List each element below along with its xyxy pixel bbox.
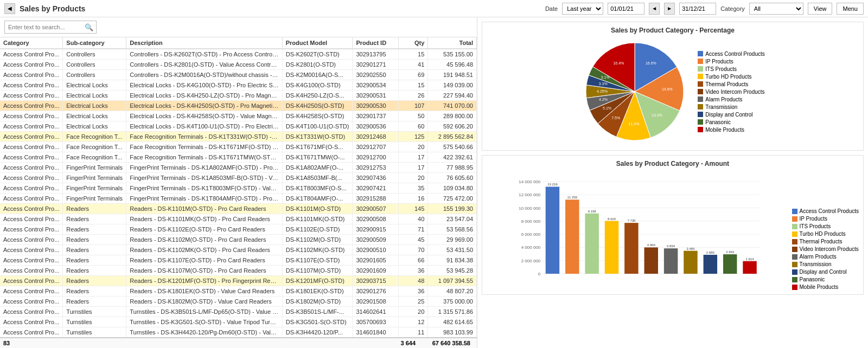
table-row[interactable]: Access Control Pro...Electrical LocksEle… — [0, 80, 477, 91]
bar-value-label: 7 730 — [627, 219, 636, 222]
legend-label: Access Control Products — [705, 51, 765, 57]
bar-legend-color — [792, 216, 797, 222]
table-row[interactable]: Access Control Pro...TurnstilesTurnstile… — [0, 327, 477, 338]
table-row[interactable]: Access Control Pro...FingerPrint Termina… — [0, 173, 477, 183]
table-cell: Access Control Pro... — [0, 224, 63, 235]
bar-value-label: 4 000 — [647, 243, 656, 247]
bar-rect[interactable] — [743, 261, 756, 274]
bar-rect[interactable] — [664, 248, 678, 274]
date-arrow-left[interactable]: ◄ — [649, 3, 660, 15]
table-cell: 422 392.61 — [428, 152, 477, 163]
bar-rect[interactable] — [624, 223, 638, 274]
table-cell: 314602641 — [353, 307, 399, 317]
legend-color — [698, 127, 703, 132]
table-cell: 302900507 — [353, 204, 399, 214]
table-row[interactable]: Access Control Pro...ReadersReaders - DS… — [0, 286, 477, 297]
table-row[interactable]: Access Control Pro...FingerPrint Termina… — [0, 183, 477, 194]
col-header-total: Total — [428, 37, 477, 49]
nav-back-button[interactable]: ◀ — [4, 3, 15, 14]
table-row[interactable]: Access Control Pro...Electrical LocksEle… — [0, 111, 477, 121]
table-row[interactable]: Access Control Pro...TurnstilesTurnstile… — [0, 317, 477, 327]
table-header-row: Category Sub-category Description Produc… — [0, 37, 477, 49]
bar-chart-section: Sales by Product Category - Amount 02 00… — [482, 155, 864, 295]
pie-label: 7.5% — [611, 116, 620, 120]
bar-y-label: 10 000 000 — [519, 206, 541, 211]
table-row[interactable]: Access Control Pro...Face Recognition T.… — [0, 142, 477, 152]
search-input[interactable] — [4, 21, 97, 34]
table-row[interactable]: Access Control Pro...ControllersControll… — [0, 49, 477, 60]
bar-legend-color — [792, 277, 797, 282]
table-row[interactable]: Access Control Pro...ReadersReaders - DS… — [0, 224, 477, 235]
table-row[interactable]: Access Control Pro...ReadersReaders - DS… — [0, 245, 477, 255]
table-cell: 12 — [399, 317, 428, 327]
col-header-productid: Product ID — [353, 37, 399, 49]
table-cell: Access Control Pro... — [0, 111, 63, 121]
table-cell: DS-K1102M(O-STD) — [282, 235, 353, 245]
bar-rect[interactable] — [546, 186, 559, 274]
table-row[interactable]: Access Control Pro...FingerPrint Termina… — [0, 163, 477, 173]
bar-legend-label: Turbo HD Products — [800, 231, 846, 237]
table-cell: 227 594.40 — [428, 91, 477, 101]
table-cell: 302912753 — [353, 163, 399, 173]
legend-label: Video Intercom Products — [705, 89, 764, 95]
table-row[interactable]: Access Control Pro...ReadersReaders - DS… — [0, 255, 477, 266]
table-cell: 302900509 — [353, 235, 399, 245]
table-row[interactable]: Access Control Pro...FingerPrint Termina… — [0, 194, 477, 204]
table-cell: Access Control Pro... — [0, 307, 63, 317]
bar-rect[interactable] — [723, 254, 737, 274]
table-cell: Electrical Locks — [63, 111, 126, 121]
data-table: Category Sub-category Description Produc… — [0, 37, 477, 337]
table-row[interactable]: Access Control Pro...Electrical LocksEle… — [0, 121, 477, 132]
bar-rect[interactable] — [565, 199, 579, 274]
table-wrapper[interactable]: Category Sub-category Description Produc… — [0, 37, 477, 337]
table-row[interactable]: Access Control Pro...ReadersReaders - DS… — [0, 297, 477, 307]
table-cell: Access Control Pro... — [0, 101, 63, 111]
bar-rect[interactable] — [704, 255, 717, 274]
table-cell: Readers - DS-K1107M(O-STD) - Pro Card Re… — [126, 266, 282, 276]
table-cell: Access Control Pro... — [0, 80, 63, 91]
table-cell: Electrical Locks — [63, 91, 126, 101]
table-cell: 302913795 — [353, 49, 399, 60]
table-cell: Access Control Pro... — [0, 297, 63, 307]
table-row[interactable]: Access Control Pro...ReadersReaders - DS… — [0, 235, 477, 245]
table-row[interactable]: Access Control Pro...ReadersReaders - DS… — [0, 276, 477, 286]
table-row[interactable]: Access Control Pro...ReadersReaders - DS… — [0, 266, 477, 276]
table-row[interactable]: Access Control Pro...ReadersReaders - DS… — [0, 214, 477, 224]
table-row[interactable]: Access Control Pro...ReadersReaders - DS… — [0, 204, 477, 214]
bar-value-label: 2 880 — [706, 251, 715, 254]
bar-rect[interactable] — [605, 221, 618, 274]
table-cell: DS-K1102E(O-STD) — [282, 224, 353, 235]
table-cell: 302903715 — [353, 276, 399, 286]
legend-label: Thermal Products — [705, 81, 748, 87]
table-row[interactable]: Access Control Pro...Face Recognition T.… — [0, 132, 477, 142]
menu-button[interactable]: Menu — [837, 3, 864, 15]
table-cell: 1 315 571.86 — [428, 307, 477, 317]
pie-label: 13.3% — [652, 113, 662, 117]
table-cell: 53 431.50 — [428, 245, 477, 255]
date-preset-select[interactable]: Last year This year Custom — [562, 3, 603, 15]
header: ◀ Sales by Products Date Last year This … — [0, 0, 868, 17]
table-row[interactable]: Access Control Pro...Face Recognition T.… — [0, 152, 477, 163]
table-cell: Controllers - DS-K2801(O-STD) - Value Ac… — [126, 60, 282, 70]
date-from-input[interactable] — [608, 3, 644, 15]
table-row[interactable]: Access Control Pro...Electrical LocksEle… — [0, 101, 477, 111]
view-button[interactable]: View — [808, 3, 833, 15]
table-row[interactable]: Access Control Pro...ControllersControll… — [0, 60, 477, 70]
bar-rect[interactable] — [684, 251, 697, 274]
date-arrow-right[interactable]: ► — [664, 3, 675, 15]
date-to-input[interactable] — [679, 3, 716, 15]
pie-label: 14.8% — [662, 87, 673, 91]
bar-y-label: 4 000 000 — [521, 245, 541, 250]
table-row[interactable]: Access Control Pro...Electrical LocksEle… — [0, 91, 477, 101]
table-cell: 50 — [399, 111, 428, 121]
category-select[interactable]: All — [749, 3, 803, 15]
table-cell: 302901508 — [353, 297, 399, 307]
bar-legend-item: ITS Products — [792, 223, 859, 229]
table-row[interactable]: Access Control Pro...TurnstilesTurnstile… — [0, 307, 477, 317]
table-cell: Electrical Locks — [63, 101, 126, 111]
bar-rect[interactable] — [585, 214, 598, 274]
table-cell: Turnstiles — [63, 327, 126, 338]
table-row[interactable]: Access Control Pro...ControllersControll… — [0, 70, 477, 80]
bar-rect[interactable] — [644, 247, 658, 274]
legend-item: Panasonic — [698, 119, 765, 125]
